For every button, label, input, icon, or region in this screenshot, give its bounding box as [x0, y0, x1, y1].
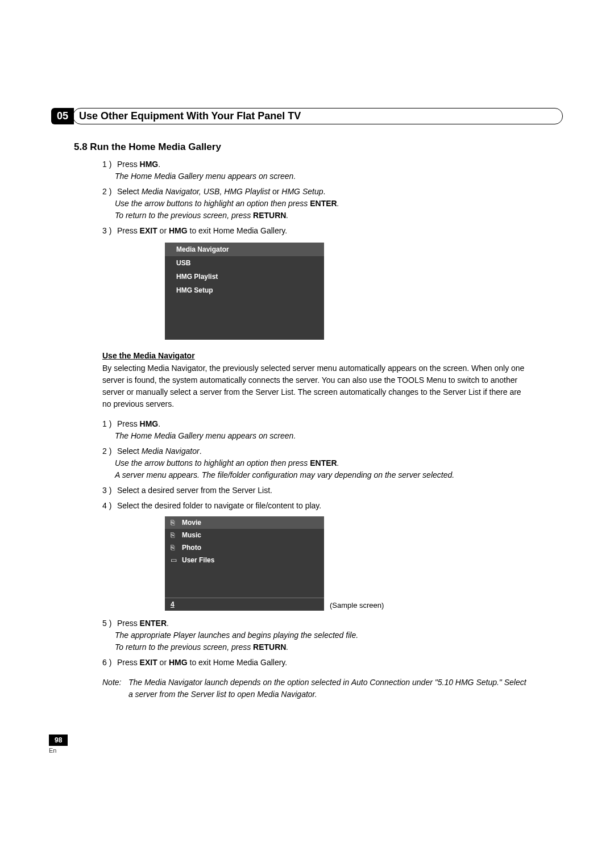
step: 1 ) Press HMG. The Home Media Gallery me… — [102, 418, 529, 442]
step-text: Press — [117, 160, 140, 169]
step: 2 ) Select Media Navigator, USB, HMG Pla… — [102, 186, 529, 222]
chapter-title: Use Other Equipment With Your Flat Panel… — [73, 108, 563, 124]
menu-item-selected: Media Navigator — [165, 243, 324, 256]
media-navigator-screenshot-wrap: ⎘ Movie ⎘ Music ⎘ Photo ▭ User Files 4 (… — [165, 516, 392, 611]
step-number: 3 ) — [102, 485, 115, 496]
step: 1 ) Press HMG. The Home Media Gallery me… — [102, 158, 529, 182]
movie-icon: ⎘ — [171, 519, 179, 527]
media-item: ⎘ Photo — [165, 541, 324, 554]
media-navigator-screenshot: ⎘ Movie ⎘ Music ⎘ Photo ▭ User Files 4 — [165, 516, 324, 611]
section-title: 5.8 Run the Home Media Gallery — [74, 141, 563, 153]
step: 3 ) Select a desired server from the Ser… — [102, 485, 529, 496]
steps-list-2: 1 ) Press HMG. The Home Media Gallery me… — [102, 418, 529, 512]
subsection-title: Use the Media Navigator — [102, 351, 563, 360]
media-item-selected: ⎘ Movie — [165, 516, 324, 529]
media-count: 4 — [165, 598, 324, 611]
manual-page: 05 Use Other Equipment With Your Flat Pa… — [0, 0, 614, 788]
step: 6 ) Press EXIT or HMG to exit Home Media… — [102, 657, 529, 669]
step-note: The appropriate Player launches and begi… — [115, 631, 358, 640]
button-name: HMG — [140, 160, 159, 169]
photo-icon: ⎘ — [171, 544, 179, 552]
note: Note: The Media Navigator launch depends… — [102, 677, 529, 700]
step: 3 ) Press EXIT or HMG to exit Home Media… — [102, 225, 529, 237]
step-number: 3 ) — [102, 225, 115, 237]
step-number: 1 ) — [102, 418, 115, 430]
note-body: The Media Navigator launch depends on th… — [128, 677, 526, 700]
step-text: Press — [117, 226, 140, 235]
step-note: To return to the previous screen, press … — [115, 642, 288, 652]
chapter-header: 05 Use Other Equipment With Your Flat Pa… — [51, 108, 563, 124]
step: 5 ) Press ENTER. The appropriate Player … — [102, 617, 529, 653]
page-language: En — [49, 747, 563, 754]
chapter-number: 05 — [51, 108, 74, 124]
step-number: 2 ) — [102, 445, 115, 457]
step-note: A server menu appears. The file/folder c… — [115, 470, 454, 479]
menu-item: HMG Setup — [165, 283, 324, 297]
step-number: 5 ) — [102, 617, 115, 629]
media-item: ⎘ Music — [165, 529, 324, 541]
music-icon: ⎘ — [171, 531, 179, 539]
step-note: The Home Media Gallery menu appears on s… — [115, 431, 296, 440]
sample-screen-label: (Sample screen) — [330, 601, 384, 610]
page-number: 98 — [49, 735, 68, 746]
step-number: 1 ) — [102, 158, 115, 170]
page-footer: 98 En — [49, 735, 563, 754]
menu-item: HMG Playlist — [165, 270, 324, 283]
step-note: To return to the previous screen, press … — [115, 211, 288, 220]
step-number: 6 ) — [102, 657, 115, 669]
hmg-menu-screenshot: Media Navigator USB HMG Playlist HMG Set… — [165, 243, 324, 340]
step-text: Select — [117, 187, 142, 196]
step-note: The Home Media Gallery menu appears on s… — [115, 172, 296, 181]
step-number: 2 ) — [102, 186, 115, 198]
subsection-body: By selecting Media Navigator, the previo… — [102, 362, 529, 410]
folder-icon: ▭ — [171, 556, 179, 564]
note-label: Note: — [102, 677, 126, 688]
step: 2 ) Select Media Navigator. Use the arro… — [102, 445, 529, 481]
step-note: Use the arrow buttons to highlight an op… — [115, 199, 339, 208]
step-number: 4 ) — [102, 500, 115, 512]
step-note: Use the arrow buttons to highlight an op… — [115, 458, 339, 468]
menu-item: USB — [165, 256, 324, 270]
steps-list-1: 1 ) Press HMG. The Home Media Gallery me… — [102, 158, 529, 237]
steps-list-2b: 5 ) Press ENTER. The appropriate Player … — [102, 617, 529, 669]
step: 4 ) Select the desired folder to navigat… — [102, 500, 529, 512]
media-item: ▭ User Files — [165, 554, 324, 566]
